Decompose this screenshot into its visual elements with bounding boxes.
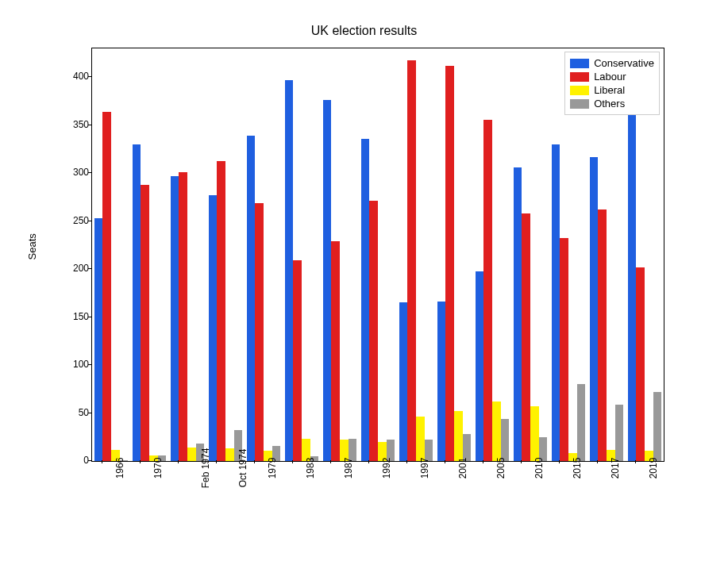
bar-conservative [171, 176, 179, 461]
x-tick-label: 1983 [292, 458, 316, 479]
y-tick-label: 50 [79, 407, 89, 418]
y-tick-label: 400 [73, 71, 89, 82]
bar-conservative [590, 157, 599, 461]
bar-liberal [416, 417, 425, 461]
bar-labour [179, 172, 187, 461]
bar-conservative [628, 111, 637, 461]
legend-label: Others [594, 98, 625, 110]
x-tick-label: 1966 [102, 458, 125, 479]
bar-labour [217, 161, 225, 462]
legend-label: Labour [594, 71, 626, 83]
x-tick-label: Oct 1974 [216, 449, 248, 488]
bar-conservative [285, 80, 294, 461]
y-tick-label: 250 [73, 215, 89, 226]
legend-swatch [570, 86, 589, 95]
legend: ConservativeLabourLiberalOthers [564, 52, 660, 115]
legend-label: Liberal [594, 84, 625, 96]
x-tick-label: 1970 [140, 458, 164, 479]
bar-conservative [94, 218, 103, 461]
bar-liberal [454, 411, 463, 461]
y-tick-label: 150 [73, 311, 89, 322]
bar-labour [560, 238, 568, 461]
legend-swatch [570, 72, 589, 82]
bar-conservative [247, 136, 256, 461]
bar-conservative [552, 144, 560, 461]
x-tick-label: 2015 [559, 458, 583, 479]
x-tick-label: 2010 [521, 458, 545, 479]
legend-swatch [570, 99, 589, 109]
x-tick-label: 1987 [330, 458, 354, 479]
bar-conservative [476, 271, 484, 461]
bar-labour [369, 201, 378, 461]
x-tick-label: 2017 [597, 458, 621, 479]
bar-others [653, 392, 662, 461]
bar-labour [445, 66, 454, 461]
x-tick-label: Feb 1974 [178, 448, 211, 489]
bar-others [615, 405, 624, 461]
bar-labour [293, 260, 302, 461]
bar-liberal [530, 406, 539, 461]
y-tick-label: 0 [83, 455, 89, 466]
x-tick-label: 1979 [254, 458, 278, 479]
bar-conservative [133, 144, 141, 461]
bar-labour [102, 112, 111, 461]
bar-labour [331, 241, 340, 461]
bar-conservative [323, 100, 332, 461]
x-tick-label: 2001 [445, 458, 468, 479]
legend-item: Others [570, 98, 654, 110]
chart-container: UK election results Seats ConservativeLa… [0, 0, 728, 561]
bar-liberal [492, 402, 501, 461]
chart-title: UK election results [0, 24, 728, 38]
x-tick-label: 1992 [368, 458, 392, 479]
bar-conservative [514, 167, 522, 461]
y-tick-label: 200 [73, 263, 89, 274]
legend-swatch [570, 59, 589, 68]
legend-item: Liberal [570, 84, 654, 96]
bar-others [501, 419, 510, 461]
x-tick-label: 2005 [483, 458, 507, 479]
x-tick-label: 1997 [406, 458, 430, 479]
bar-labour [636, 267, 645, 461]
bar-labour [483, 120, 492, 462]
bar-conservative [437, 302, 446, 461]
y-tick-label: 350 [73, 119, 89, 130]
legend-item: Conservative [570, 57, 654, 69]
y-axis-label: Seats [26, 233, 38, 259]
bar-conservative [209, 195, 218, 461]
y-tick-label: 100 [73, 359, 89, 370]
y-tick-label: 300 [73, 167, 89, 178]
bar-labour [407, 60, 416, 461]
x-tick-label: 2019 [635, 458, 659, 479]
legend-item: Labour [570, 71, 654, 83]
bar-labour [141, 185, 149, 461]
bar-labour [255, 203, 264, 461]
bar-others [577, 384, 586, 461]
bar-labour [522, 213, 530, 461]
bar-conservative [361, 139, 370, 461]
legend-label: Conservative [594, 57, 654, 69]
bar-labour [598, 209, 607, 461]
bar-conservative [399, 302, 408, 461]
